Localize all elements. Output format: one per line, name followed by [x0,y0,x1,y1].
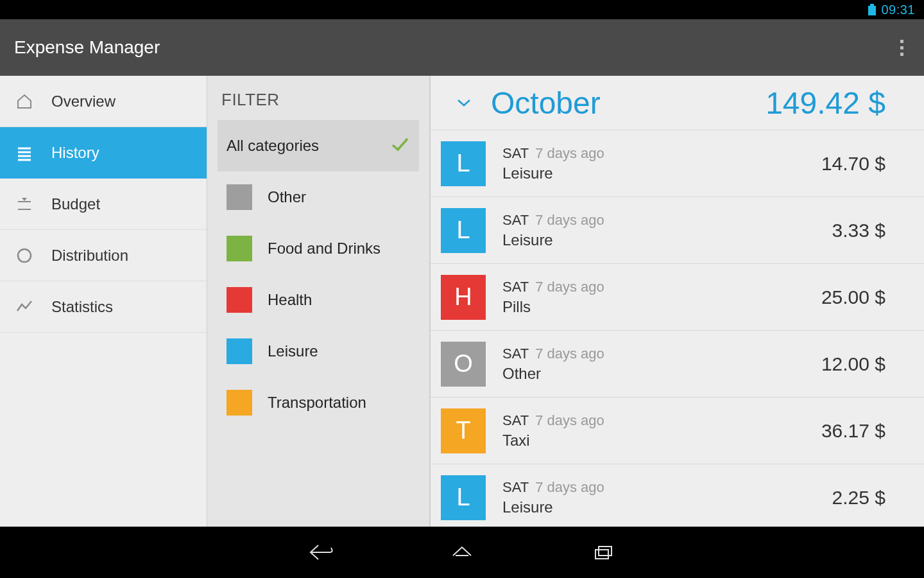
filter-item-label: Other [268,188,410,206]
back-button[interactable] [302,539,340,565]
category-swatch [227,287,252,313]
expense-category: Other [502,365,821,383]
category-badge: H [441,275,486,320]
filter-item-label: Transportation [268,394,410,412]
sidebar-item-label: Distribution [51,247,128,265]
expense-day: SAT [502,145,529,161]
home-button[interactable] [443,539,481,565]
expense-amount: 12.00 $ [821,353,886,375]
sidebar-item-overview[interactable]: Overview [0,76,207,127]
expense-ago: 7 days ago [535,212,604,228]
filter-item-other[interactable]: Other [218,171,419,223]
sidebar-item-label: History [51,144,99,162]
category-swatch [227,236,252,261]
category-badge: L [441,475,486,520]
expense-meta: SAT7 days ago Leisure [502,479,832,516]
svg-rect-9 [599,547,612,556]
expense-amount: 3.33 $ [832,220,886,241]
expense-meta: SAT7 days ago Pills [502,279,821,316]
content: Overview History Budget Distribution Sta… [0,76,924,527]
category-swatch [227,338,252,364]
svg-rect-8 [595,550,608,559]
svg-point-7 [18,249,31,262]
main-panel: October 149.42 $ L SAT7 days ago Leisure… [431,76,924,527]
sidebar-item-label: Statistics [51,298,113,316]
category-swatch [227,390,252,416]
expense-day: SAT [502,346,529,362]
filter-heading: FILTER [221,90,419,110]
filter-item-food[interactable]: Food and Drinks [218,223,419,274]
home-icon [15,92,33,110]
filter-panel: FILTER All categories Other Food and Dri… [207,76,431,527]
sidebar-item-label: Budget [51,195,100,213]
check-icon [389,134,410,157]
month-dropdown-button[interactable] [451,98,477,107]
app-title: Expense Manager [14,37,160,58]
expense-meta: SAT7 days ago Other [502,346,821,383]
expense-row[interactable]: T SAT7 days ago Taxi 36.17 $ [431,397,924,464]
filter-item-label: Food and Drinks [268,240,410,258]
expense-row[interactable]: H SAT7 days ago Pills 25.00 $ [431,263,924,330]
category-swatch [227,184,252,210]
svg-marker-5 [22,198,27,201]
expense-ago: 7 days ago [535,479,604,495]
expense-meta: SAT7 days ago Leisure [502,212,832,249]
expense-day: SAT [502,412,529,428]
sidebar-item-budget[interactable]: Budget [0,179,207,230]
status-bar: 09:31 [0,0,924,19]
expense-amount: 25.00 $ [821,286,886,308]
expense-meta: SAT7 days ago Taxi [502,412,821,450]
sidebar-item-statistics[interactable]: Statistics [0,281,207,333]
expense-day: SAT [502,212,529,228]
expense-ago: 7 days ago [535,346,604,362]
filter-item-all[interactable]: All categories [218,120,419,171]
expense-row[interactable]: L SAT7 days ago Leisure 14.70 $ [431,130,924,197]
expense-category: Pills [502,298,821,316]
expense-category: Leisure [502,231,832,249]
expense-ago: 7 days ago [535,412,604,428]
expense-row[interactable]: L SAT7 days ago Leisure 3.33 $ [431,197,924,263]
budget-icon [15,195,33,213]
expense-ago: 7 days ago [535,279,604,295]
expense-amount: 36.17 $ [821,420,886,442]
filter-item-transportation[interactable]: Transportation [218,377,419,428]
expense-category: Taxi [502,432,821,450]
sidebar-item-history[interactable]: History [0,127,207,179]
list-icon [15,144,33,162]
pie-icon [15,247,33,265]
expense-amount: 2.25 $ [832,487,886,509]
filter-item-label: Health [268,291,410,309]
expense-amount: 14.70 $ [821,153,886,175]
expense-day: SAT [502,279,529,295]
expense-meta: SAT7 days ago Leisure [502,145,821,182]
expense-category: Leisure [502,164,821,182]
chart-icon [15,298,33,316]
month-header: October 149.42 $ [431,76,924,130]
action-bar: Expense Manager [0,19,924,76]
expense-ago: 7 days ago [535,145,604,161]
month-total: 149.42 $ [766,85,886,121]
expense-row[interactable]: O SAT7 days ago Other 12.00 $ [431,330,924,397]
filter-item-label: Leisure [268,342,410,360]
category-badge: O [441,342,486,387]
filter-item-label: All categories [227,137,374,155]
battery-icon [868,4,876,15]
filter-item-health[interactable]: Health [218,274,419,326]
category-badge: L [441,208,486,253]
expense-list[interactable]: L SAT7 days ago Leisure 14.70 $ L SAT7 d… [431,130,924,527]
navigation-bar [0,527,924,578]
category-badge: T [441,408,486,453]
status-time: 09:31 [881,3,915,17]
category-badge: L [441,141,486,186]
sidebar: Overview History Budget Distribution Sta… [0,76,207,527]
expense-row[interactable]: L SAT7 days ago Leisure 2.25 $ [431,464,924,527]
filter-item-leisure[interactable]: Leisure [218,326,419,377]
expense-day: SAT [502,479,529,495]
month-label: October [491,85,766,121]
sidebar-item-distribution[interactable]: Distribution [0,230,207,281]
expense-category: Leisure [502,498,832,516]
recents-button[interactable] [584,539,622,565]
overflow-menu-button[interactable] [894,33,910,62]
sidebar-item-label: Overview [51,92,116,110]
